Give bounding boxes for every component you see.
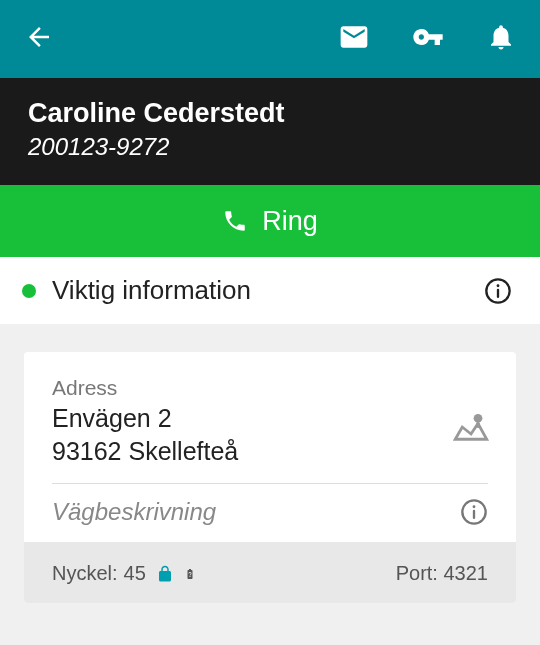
person-name: Caroline Cederstedt [28, 98, 512, 129]
address-line2: 93162 Skellefteå [52, 435, 488, 468]
call-button[interactable]: Ring [0, 185, 540, 257]
important-info-row[interactable]: Viktig information [0, 257, 540, 324]
key-icon [412, 21, 444, 53]
svg-point-2 [474, 414, 483, 423]
port-label: Port: [396, 562, 438, 584]
arrow-left-icon [24, 22, 54, 52]
content-area: Adress Envägen 2 93162 Skellefteå Vägbes… [0, 324, 540, 631]
card-footer: Nyckel: 45 Port: 4321 [24, 542, 516, 603]
key-label: Nyckel: [52, 562, 118, 585]
port-value: 4321 [444, 562, 489, 584]
status-dot-icon [22, 284, 36, 298]
svg-point-1 [497, 284, 500, 287]
person-header: Caroline Cederstedt 200123-9272 [0, 78, 540, 185]
directions-label: Vägbeskrivning [52, 498, 216, 526]
notifications-button[interactable] [486, 22, 516, 56]
address-line1: Envägen 2 [52, 402, 488, 435]
lock-icon [156, 564, 174, 584]
mail-icon [338, 21, 370, 53]
address-section[interactable]: Adress Envägen 2 93162 Skellefteå [52, 376, 488, 467]
mail-button[interactable] [338, 21, 370, 57]
key-button[interactable] [412, 21, 444, 57]
map-pin-icon [450, 406, 492, 452]
address-label: Adress [52, 376, 488, 400]
phone-icon [222, 208, 248, 234]
key-value: 45 [124, 562, 146, 585]
port-info: Port: 4321 [396, 562, 488, 585]
address-card: Adress Envägen 2 93162 Skellefteå Vägbes… [24, 352, 516, 603]
info-icon [460, 498, 488, 526]
battery-unknown-icon [184, 564, 196, 584]
top-app-bar [0, 0, 540, 78]
key-info: Nyckel: 45 [52, 562, 196, 585]
info-icon [484, 277, 512, 305]
important-info-label: Viktig information [52, 275, 468, 306]
call-label: Ring [262, 206, 318, 237]
directions-row[interactable]: Vägbeskrivning [52, 498, 488, 526]
back-button[interactable] [24, 22, 54, 56]
svg-point-4 [473, 505, 476, 508]
person-id: 200123-9272 [28, 133, 512, 161]
divider [52, 483, 488, 484]
bell-icon [486, 22, 516, 52]
